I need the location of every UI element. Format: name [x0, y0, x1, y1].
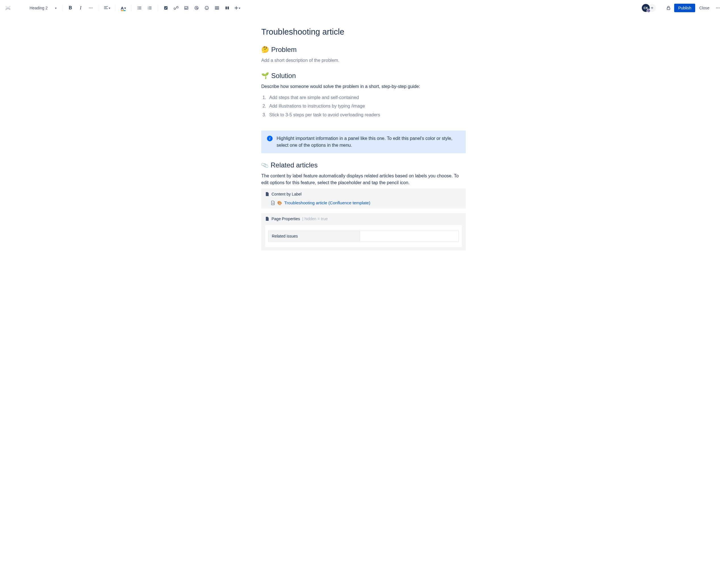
svg-rect-16	[227, 6, 229, 9]
svg-point-13	[207, 7, 207, 8]
svg-point-11	[205, 6, 208, 9]
chevron-down-icon: ▾	[239, 6, 240, 9]
svg-rect-14	[215, 6, 219, 9]
mention-button[interactable]	[192, 3, 201, 13]
bold-button[interactable]: B	[66, 3, 75, 13]
table-cell[interactable]	[360, 231, 459, 241]
editor-toolbar: Heading 2 ▾ B I ··· ▾ A ▾ 123 ▾	[0, 0, 727, 16]
macro-title: Content by Label	[271, 192, 302, 196]
seedling-emoji: 🌱	[261, 72, 269, 80]
table-header-cell[interactable]: Related issues	[268, 231, 360, 241]
paperclip-emoji: 📎	[260, 161, 269, 170]
macro-header: Page Properties | hidden = true	[265, 216, 462, 221]
layouts-button[interactable]	[223, 3, 232, 13]
list-item[interactable]: Stick to 3-5 steps per task to avoid ove…	[267, 111, 466, 119]
restrictions-unlocked-icon[interactable]	[664, 3, 673, 13]
svg-rect-17	[667, 8, 670, 9]
macro-meta: | hidden = true	[302, 216, 328, 221]
related-heading-text: Related articles	[271, 161, 318, 169]
thinking-face-emoji: 🤔	[261, 46, 269, 54]
macro-title: Page Properties	[271, 216, 300, 221]
insert-button[interactable]: ▾	[233, 3, 242, 13]
toolbar-divider	[158, 4, 158, 12]
more-actions-button[interactable]: ···	[713, 3, 723, 13]
publish-button[interactable]: Publish	[674, 4, 695, 12]
text-style-label: Heading 2	[29, 6, 48, 10]
list-item[interactable]: Add illustrations to instructions by typ…	[267, 102, 466, 110]
list-item[interactable]: Add steps that are simple and self-conta…	[267, 93, 466, 102]
text-color-button[interactable]: A ▾	[119, 3, 128, 13]
svg-text:3: 3	[148, 8, 148, 10]
toolbar-divider	[131, 4, 132, 12]
table-row[interactable]: Related issues	[268, 231, 459, 241]
svg-point-8	[185, 7, 186, 8]
solution-heading[interactable]: 🌱 Solution	[261, 72, 466, 80]
svg-point-2	[138, 9, 138, 9]
related-heading[interactable]: 📎 Related articles	[261, 161, 466, 169]
align-button[interactable]: ▾	[102, 3, 112, 13]
link-button[interactable]	[171, 3, 181, 13]
svg-point-1	[138, 8, 138, 8]
toolbar-divider	[115, 4, 115, 12]
toolbar-divider	[62, 4, 62, 12]
confluence-logo-icon	[4, 4, 12, 12]
editor-content[interactable]: Troubleshooting article 🤔 Problem Add a …	[256, 16, 471, 267]
related-description[interactable]: The content by label feature automatical…	[261, 172, 466, 186]
text-style-select[interactable]: Heading 2 ▾	[27, 4, 59, 12]
page-icon	[271, 201, 275, 205]
related-article-link[interactable]: Troubleshooting article (Confluence temp…	[284, 201, 370, 205]
avatar-badge: C	[647, 9, 651, 13]
numbered-list-button[interactable]: 123	[145, 3, 154, 13]
page-properties-body: Related issues	[265, 225, 462, 247]
page-title[interactable]: Troubleshooting article	[261, 27, 466, 37]
document-icon	[265, 216, 269, 221]
info-panel[interactable]: i Highlight important information in a p…	[261, 130, 466, 153]
info-panel-text[interactable]: Highlight important information in a pan…	[277, 135, 460, 149]
chevron-down-icon: ▾	[109, 6, 110, 9]
solution-heading-text: Solution	[271, 72, 296, 80]
italic-button[interactable]: I	[76, 3, 85, 13]
page-properties-table[interactable]: Related issues	[268, 231, 459, 241]
problem-heading-text: Problem	[271, 46, 297, 54]
solution-steps-list[interactable]: Add steps that are simple and self-conta…	[267, 93, 466, 119]
svg-rect-15	[225, 6, 227, 9]
action-item-button[interactable]	[161, 3, 170, 13]
svg-point-0	[138, 6, 138, 7]
info-icon: i	[267, 135, 272, 141]
collaborators: CK C +	[642, 4, 656, 12]
image-button[interactable]	[182, 3, 191, 13]
page-properties-macro[interactable]: Page Properties | hidden = true Related …	[261, 213, 466, 251]
emoji-button[interactable]	[202, 3, 211, 13]
problem-heading[interactable]: 🤔 Problem	[261, 46, 466, 54]
chevron-down-icon: ▾	[124, 6, 126, 9]
content-by-label-macro[interactable]: Content by Label 🎨 Troubleshooting artic…	[261, 188, 466, 209]
chevron-down-icon: ▾	[55, 6, 57, 9]
user-avatar[interactable]: CK C	[642, 4, 650, 12]
svg-point-12	[206, 7, 206, 8]
bullet-list-button[interactable]	[135, 3, 144, 13]
solution-intro[interactable]: Describe how someone would solve the pro…	[261, 83, 466, 90]
document-icon	[265, 192, 269, 196]
problem-placeholder[interactable]: Add a short description of the problem.	[261, 57, 466, 64]
macro-result-row: 🎨 Troubleshooting article (Confluence te…	[265, 201, 462, 205]
table-button[interactable]	[213, 3, 222, 13]
palette-emoji: 🎨	[277, 201, 282, 205]
close-button[interactable]: Close	[696, 4, 712, 12]
svg-point-9	[195, 6, 198, 9]
macro-header: Content by Label	[265, 192, 462, 196]
more-formatting-button[interactable]: ···	[86, 3, 96, 13]
